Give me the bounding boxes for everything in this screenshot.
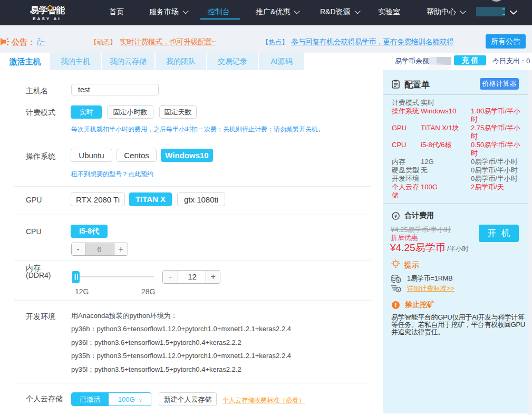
- svg-text:¥: ¥: [394, 214, 397, 219]
- svg-text:¥: ¥: [398, 288, 400, 292]
- svg-text:¥: ¥: [398, 278, 400, 282]
